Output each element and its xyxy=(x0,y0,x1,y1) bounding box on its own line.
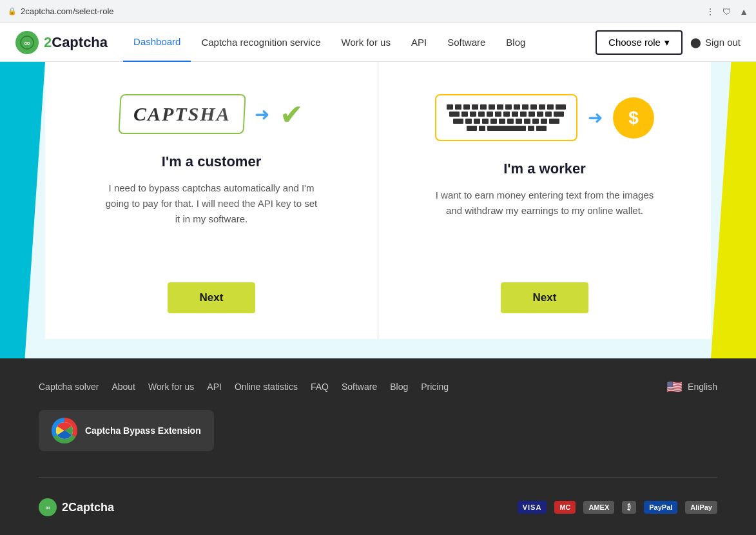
key xyxy=(545,112,552,117)
navbar: ∞ 2Captcha Dashboard Captcha recognition… xyxy=(0,23,756,62)
key xyxy=(478,112,485,117)
key xyxy=(514,104,520,110)
captcha-extension-button[interactable]: Captcha Bypass Extension xyxy=(39,410,214,451)
nav-software[interactable]: Software xyxy=(437,23,496,62)
choose-role-button[interactable]: Choose role ▾ xyxy=(596,30,683,55)
arrow-icon: ➜ xyxy=(588,107,603,128)
arrow-icon: ➜ xyxy=(255,104,269,125)
footer-link-work-for-us[interactable]: Work for us xyxy=(148,382,194,392)
dollar-circle: $ xyxy=(613,97,654,139)
key xyxy=(467,126,477,131)
key xyxy=(447,104,453,110)
key xyxy=(455,104,461,110)
paypal-icon: PayPal xyxy=(644,501,677,514)
checkmark-icon: ✔ xyxy=(280,98,304,131)
key xyxy=(512,112,518,117)
key xyxy=(547,104,554,110)
key xyxy=(530,104,537,110)
key xyxy=(480,104,487,110)
customer-card-title: I'm a customer xyxy=(162,153,261,170)
payment-icons: VISA MC AMEX ₿ PayPal AliPay xyxy=(518,501,717,514)
footer-link-pricing[interactable]: Pricing xyxy=(421,382,449,392)
worker-card-description: I want to earn money entering text from … xyxy=(435,188,654,263)
key xyxy=(539,104,545,110)
key xyxy=(524,119,530,124)
footer-divider xyxy=(39,477,717,478)
key xyxy=(479,126,485,131)
key xyxy=(528,126,534,131)
footer-logo: ∞ 2Captcha xyxy=(39,498,114,516)
extension-label: Captcha Bypass Extension xyxy=(85,425,201,436)
footer-link-online-statistics[interactable]: Online statistics xyxy=(235,382,298,392)
nav-api[interactable]: API xyxy=(401,23,437,62)
key xyxy=(472,104,478,110)
footer: Captcha solver About Work for us API Onl… xyxy=(0,358,756,535)
footer-link-blog[interactable]: Blog xyxy=(390,382,408,392)
footer-logo-icon: ∞ xyxy=(39,498,57,516)
nav-captcha-service[interactable]: Captcha recognition service xyxy=(191,23,331,62)
key xyxy=(489,104,495,110)
customer-card-description: I need to bypass captchas automatically … xyxy=(102,180,321,263)
key xyxy=(541,119,547,124)
chevron-down-icon: ▾ xyxy=(664,37,670,48)
key xyxy=(503,112,510,117)
worker-next-button[interactable]: Next xyxy=(501,282,589,313)
key xyxy=(505,104,512,110)
worker-card: ➜ $ I'm a worker I want to earn money en… xyxy=(378,62,711,339)
logo-text: 2Captcha xyxy=(44,34,108,51)
alert-icon[interactable]: ▲ xyxy=(739,6,748,17)
key xyxy=(554,112,564,117)
chrome-icon xyxy=(52,418,77,443)
key xyxy=(520,112,527,117)
key xyxy=(449,112,460,117)
language-selector[interactable]: 🇺🇸 English xyxy=(666,379,717,394)
key xyxy=(497,104,503,110)
key xyxy=(495,112,501,117)
footer-logo-text: 2Captcha xyxy=(62,501,114,514)
footer-links: Captcha solver About Work for us API Onl… xyxy=(39,379,717,394)
footer-link-software[interactable]: Software xyxy=(342,382,377,392)
key xyxy=(470,112,476,117)
nav-work-for-us[interactable]: Work for us xyxy=(331,23,401,62)
footer-link-api[interactable]: API xyxy=(207,382,222,392)
key xyxy=(490,119,497,124)
mastercard-icon: MC xyxy=(554,501,576,514)
key xyxy=(463,104,470,110)
key xyxy=(536,126,547,131)
logo[interactable]: ∞ 2Captcha xyxy=(15,31,108,54)
browser-actions: ⋮ 🛡 ▲ xyxy=(706,6,748,17)
shield-icon[interactable]: 🛡 xyxy=(722,6,732,17)
key xyxy=(465,119,472,124)
footer-link-captcha-solver[interactable]: Captcha solver xyxy=(39,382,99,392)
keyboard-image xyxy=(435,94,577,141)
amex-icon: AMEX xyxy=(583,501,614,514)
key xyxy=(499,119,505,124)
key xyxy=(474,119,480,124)
captcha-image: CAPTSHA xyxy=(118,94,246,134)
customer-next-button[interactable]: Next xyxy=(168,282,256,313)
side-strip-left xyxy=(0,62,45,358)
share-icon[interactable]: ⋮ xyxy=(706,6,715,17)
customer-illustration: CAPTSHA ➜ ✔ xyxy=(119,94,304,134)
svg-text:∞: ∞ xyxy=(45,504,50,511)
worker-card-title: I'm a worker xyxy=(503,160,586,177)
cards-container: CAPTSHA ➜ ✔ I'm a customer I need to byp… xyxy=(45,62,711,339)
svg-text:∞: ∞ xyxy=(24,38,30,48)
footer-link-about[interactable]: About xyxy=(111,382,135,392)
browser-url: 2captcha.com/select-role xyxy=(21,6,114,16)
footer-link-faq[interactable]: FAQ xyxy=(311,382,329,392)
logo-icon: ∞ xyxy=(15,31,39,54)
key xyxy=(516,119,522,124)
nav-blog[interactable]: Blog xyxy=(496,23,536,62)
lock-icon: 🔒 xyxy=(8,7,17,15)
worker-illustration: ➜ $ xyxy=(435,94,654,141)
key xyxy=(482,119,489,124)
nav-dashboard[interactable]: Dashboard xyxy=(123,23,191,62)
flag-icon: 🇺🇸 xyxy=(666,379,683,394)
key xyxy=(453,119,463,124)
key xyxy=(528,112,535,117)
alipay-icon: AliPay xyxy=(685,501,717,514)
sign-out-button[interactable]: ⬤ Sign out xyxy=(690,37,741,48)
side-strip-right xyxy=(711,62,756,358)
key xyxy=(556,104,566,110)
